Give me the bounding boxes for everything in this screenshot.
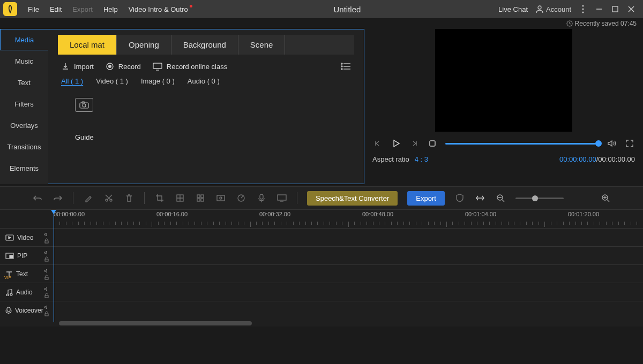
- menu-file[interactable]: File: [23, 5, 44, 13]
- play-button[interactable]: [391, 138, 401, 149]
- side-tab-overlays[interactable]: Overlays: [0, 115, 48, 136]
- ruler-mark: 00:01:20.00: [568, 211, 599, 217]
- cat-tab-scene[interactable]: Scene: [238, 35, 286, 55]
- fullscreen-icon[interactable]: [624, 138, 635, 149]
- svg-rect-45: [7, 307, 10, 312]
- lock-icon[interactable]: [44, 275, 49, 280]
- next-frame-button[interactable]: [409, 138, 420, 149]
- aspect-ratio-value[interactable]: 4 : 3: [415, 155, 428, 163]
- save-status-text: Recently saved 07:45: [575, 20, 637, 27]
- fit-icon[interactable]: [475, 193, 485, 203]
- zoom-out-icon[interactable]: [495, 193, 506, 203]
- mosaic-icon[interactable]: [175, 193, 185, 203]
- prev-frame-button[interactable]: [372, 138, 383, 149]
- timeline-ruler[interactable]: 00:00:00.00 00:00:16.00 00:00:32.00 00:0…: [54, 210, 643, 228]
- ruler-mark: 00:00:00.00: [54, 211, 85, 217]
- vip-badge: VIP: [4, 275, 11, 280]
- grid-icon[interactable]: [195, 193, 206, 203]
- svg-point-15: [341, 63, 342, 64]
- preview-progress[interactable]: [445, 143, 599, 145]
- minimize-button[interactable]: [595, 5, 603, 13]
- menu-help[interactable]: Help: [98, 5, 123, 13]
- lock-icon[interactable]: [44, 293, 49, 298]
- lock-icon[interactable]: [44, 256, 49, 262]
- record-online-button[interactable]: Record online class: [153, 62, 227, 71]
- list-view-icon[interactable]: [341, 63, 351, 70]
- menu-edit[interactable]: Edit: [44, 5, 67, 13]
- kebab-icon[interactable]: [579, 5, 587, 13]
- track-audio[interactable]: Audio: [0, 283, 643, 301]
- monitor-icon: [153, 62, 162, 71]
- cut-icon[interactable]: [103, 193, 114, 203]
- undo-button[interactable]: [32, 193, 43, 203]
- close-button[interactable]: [627, 5, 635, 13]
- export-button[interactable]: Export: [407, 191, 445, 206]
- record-button[interactable]: Record: [106, 62, 141, 71]
- track-voiceover[interactable]: Voiceover: [0, 301, 643, 319]
- sound-icon[interactable]: [44, 250, 49, 255]
- import-button[interactable]: Import: [61, 62, 94, 71]
- side-tab-filters[interactable]: Filters: [0, 93, 48, 115]
- tracks: Video PIP VIPText Audio Voiceover: [0, 228, 643, 319]
- zoom-slider[interactable]: [515, 198, 564, 199]
- svg-rect-37: [45, 241, 48, 243]
- save-status-bar: Recently saved 07:45: [0, 18, 643, 29]
- filter-all[interactable]: All ( 1 ): [61, 77, 83, 85]
- svg-rect-29: [217, 195, 225, 201]
- sound-icon[interactable]: [44, 305, 49, 310]
- side-tab-media[interactable]: Media: [0, 29, 48, 50]
- svg-point-19: [83, 104, 86, 107]
- svg-point-2: [582, 9, 584, 10]
- cat-tab-opening[interactable]: Opening: [117, 35, 171, 55]
- redo-button[interactable]: [53, 193, 63, 203]
- svg-rect-46: [45, 314, 48, 316]
- filter-video[interactable]: Video ( 1 ): [96, 77, 128, 85]
- account-button[interactable]: Account: [535, 5, 571, 13]
- track-text[interactable]: VIPText: [0, 264, 643, 283]
- svg-rect-39: [10, 255, 13, 258]
- lock-icon[interactable]: [44, 311, 49, 316]
- sound-icon[interactable]: [44, 286, 49, 292]
- live-chat-link[interactable]: Live Chat: [498, 5, 528, 13]
- side-tab-transitions[interactable]: Transitions: [0, 136, 48, 157]
- cat-tab-local[interactable]: Local mat: [58, 35, 117, 55]
- svg-rect-33: [278, 195, 286, 200]
- side-tab-elements[interactable]: Elements: [0, 157, 48, 179]
- speech-text-converter-button[interactable]: Speech&Text Converter: [307, 191, 398, 206]
- track-video[interactable]: Video: [0, 228, 643, 246]
- sound-icon[interactable]: [44, 232, 49, 237]
- side-tab-music[interactable]: Music: [0, 50, 48, 72]
- shield-icon[interactable]: [454, 193, 465, 203]
- edit-icon[interactable]: [83, 193, 94, 203]
- maximize-button[interactable]: [611, 5, 619, 13]
- svg-point-22: [106, 199, 108, 201]
- side-tab-text[interactable]: Text: [0, 72, 48, 93]
- media-thumbnail[interactable]: [75, 98, 93, 112]
- svg-rect-40: [45, 259, 48, 261]
- filter-audio[interactable]: Audio ( 0 ): [188, 77, 220, 85]
- side-tabs: Media Music Text Filters Overlays Transi…: [0, 29, 48, 184]
- menu-export: Export: [67, 5, 98, 13]
- preview-video[interactable]: [435, 29, 572, 132]
- delete-icon[interactable]: [124, 193, 134, 203]
- crop-icon[interactable]: [154, 193, 165, 203]
- zoom-in-icon[interactable]: [600, 193, 611, 203]
- timeline-toolbar: Speech&Text Converter Export: [0, 186, 643, 210]
- preview-panel: Aspect ratio 4 : 3 00:00:00.00 / 00:00:0…: [364, 29, 643, 184]
- frame-icon[interactable]: [215, 193, 226, 203]
- speed-icon[interactable]: [236, 193, 246, 203]
- svg-point-30: [220, 197, 222, 199]
- lock-icon[interactable]: [44, 238, 49, 244]
- timeline-scrollbar[interactable]: [59, 321, 643, 327]
- track-pip[interactable]: PIP: [0, 246, 643, 264]
- playhead[interactable]: [54, 210, 54, 322]
- sound-icon[interactable]: [44, 268, 49, 274]
- menu-video-intro-outro[interactable]: Video Intro & Outro: [123, 5, 196, 13]
- mic-icon[interactable]: [256, 193, 267, 203]
- svg-rect-21: [430, 141, 435, 146]
- stop-button[interactable]: [427, 138, 438, 149]
- cat-tab-background[interactable]: Background: [171, 35, 238, 55]
- volume-icon[interactable]: [606, 138, 617, 149]
- filter-image[interactable]: Image ( 0 ): [141, 77, 175, 85]
- screen-icon[interactable]: [276, 193, 287, 203]
